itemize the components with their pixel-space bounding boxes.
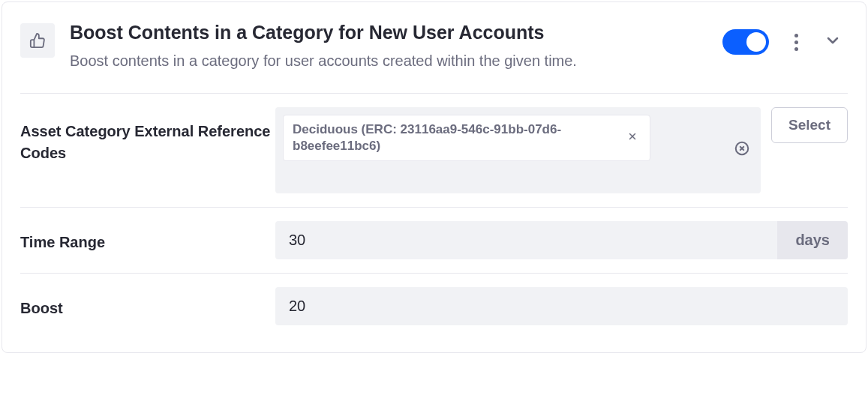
kebab-menu-button[interactable] bbox=[791, 31, 801, 54]
boost-input[interactable] bbox=[275, 287, 848, 325]
header-controls bbox=[722, 20, 848, 55]
time-range-input-group: days bbox=[275, 221, 848, 259]
toggle-knob bbox=[746, 32, 766, 52]
collapse-chevron-icon[interactable] bbox=[824, 31, 842, 52]
boost-label: Boost bbox=[20, 287, 275, 319]
row-time-range: Time Range days bbox=[20, 208, 848, 274]
select-button[interactable]: Select bbox=[771, 107, 848, 143]
card-description: Boost contents in a category for user ac… bbox=[70, 49, 707, 72]
row-asset-category: Asset Category External Reference Codes … bbox=[20, 94, 848, 208]
tag-remove-icon[interactable] bbox=[624, 129, 641, 146]
boost-controls bbox=[275, 287, 848, 325]
boost-card: Boost Contents in a Category for New Use… bbox=[2, 1, 866, 353]
time-range-unit: days bbox=[777, 221, 848, 259]
card-header: Boost Contents in a Category for New Use… bbox=[20, 20, 848, 72]
thumbs-up-icon bbox=[20, 23, 55, 58]
boost-input-group bbox=[275, 287, 848, 325]
title-block: Boost Contents in a Category for New Use… bbox=[70, 20, 707, 72]
category-tag-text: Deciduous (ERC: 23116aa9-546c-91bb-07d6-… bbox=[293, 121, 615, 154]
tag-container[interactable]: Deciduous (ERC: 23116aa9-546c-91bb-07d6-… bbox=[275, 107, 761, 193]
asset-category-controls: Deciduous (ERC: 23116aa9-546c-91bb-07d6-… bbox=[275, 107, 848, 193]
asset-category-label: Asset Category External Reference Codes bbox=[20, 107, 275, 164]
clear-all-icon[interactable] bbox=[734, 140, 750, 160]
time-range-controls: days bbox=[275, 221, 848, 259]
enable-toggle[interactable] bbox=[722, 29, 769, 55]
time-range-label: Time Range bbox=[20, 221, 275, 253]
category-tag: Deciduous (ERC: 23116aa9-546c-91bb-07d6-… bbox=[283, 115, 650, 161]
card-title: Boost Contents in a Category for New Use… bbox=[70, 20, 707, 45]
row-boost: Boost bbox=[20, 274, 848, 325]
time-range-input[interactable] bbox=[275, 221, 777, 259]
